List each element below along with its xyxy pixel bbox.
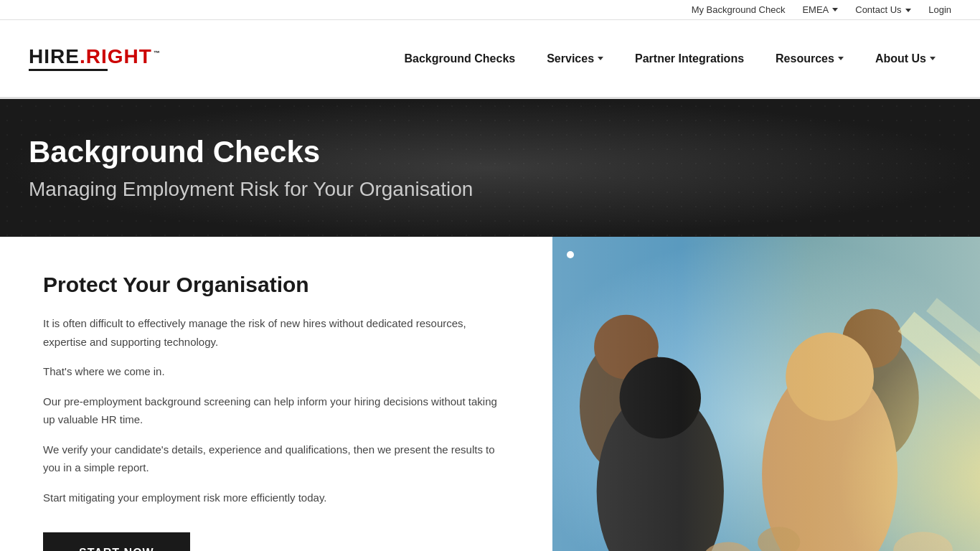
nav-about-us[interactable]: About Us [859,22,951,98]
nav-about-us-label: About Us [875,52,926,65]
svg-point-3 [826,334,919,461]
svg-point-14 [893,532,953,551]
top-bar: My Background Check EMEA Contact Us Logi… [0,0,980,20]
hero-subheading: Managing Employment Risk for Your Organi… [29,178,951,201]
contact-chevron-icon [905,9,911,12]
logo-right: RIGHT [86,45,152,67]
svg-rect-0 [552,237,980,551]
svg-point-2 [594,315,659,380]
svg-line-11 [931,305,980,373]
logo-link[interactable]: HIRE.RIGHT™ [29,47,161,71]
nav-services[interactable]: Services [531,22,619,98]
start-now-button[interactable]: START NOW [43,532,190,551]
emea-label: EMEA [802,4,829,15]
hero-banner: Background Checks Managing Employment Ri… [0,99,980,237]
svg-point-4 [842,309,902,368]
my-background-check-link[interactable]: My Background Check [692,4,786,15]
nav-partner-integrations[interactable]: Partner Integrations [619,22,760,98]
paragraph-5: Start mitigating your employment risk mo… [43,489,509,507]
nav-resources[interactable]: Resources [760,22,859,98]
paragraph-1: It is often difficult to effectively man… [43,314,509,351]
hero-heading: Background Checks [29,135,951,169]
main-nav: HIRE.RIGHT™ Background Checks Services P… [0,20,980,99]
svg-line-10 [906,321,980,406]
svg-point-9 [771,296,980,551]
nav-services-label: Services [547,52,594,65]
svg-point-1 [580,339,673,474]
resources-chevron-icon [838,57,844,60]
svg-point-8 [620,357,701,438]
photo-dot [567,251,574,258]
logo-dot: . [80,45,86,67]
people-illustration [552,237,980,551]
content-left: Protect Your Organisation It is often di… [0,237,552,551]
nav-links: Background Checks Services Partner Integ… [388,20,951,97]
contact-us-link[interactable]: Contact Us [855,4,911,15]
svg-point-7 [597,390,724,551]
emea-link[interactable]: EMEA [802,4,838,15]
svg-point-13 [758,527,800,551]
content-section: Protect Your Organisation It is often di… [0,237,980,551]
content-right [552,237,980,551]
svg-point-5 [762,364,897,551]
paragraph-4: We verify your candidate's details, expe… [43,441,509,477]
logo-underline [29,69,108,71]
contact-us-label: Contact Us [855,4,901,15]
logo-tm: ™ [154,50,161,57]
section-title: Protect Your Organisation [43,273,509,297]
services-chevron-icon [598,57,603,60]
login-link[interactable]: Login [928,4,951,15]
svg-point-12 [702,542,753,551]
nav-background-checks[interactable]: Background Checks [388,22,531,98]
svg-point-6 [786,333,874,421]
emea-chevron-icon [832,8,838,11]
nav-resources-label: Resources [776,52,834,65]
logo-hire: HIRE [29,45,80,67]
paragraph-3: Our pre-employment background screening … [43,392,509,429]
paragraph-2: That's where we come in. [43,362,509,381]
hero-image [552,237,980,551]
about-us-chevron-icon [930,57,936,60]
